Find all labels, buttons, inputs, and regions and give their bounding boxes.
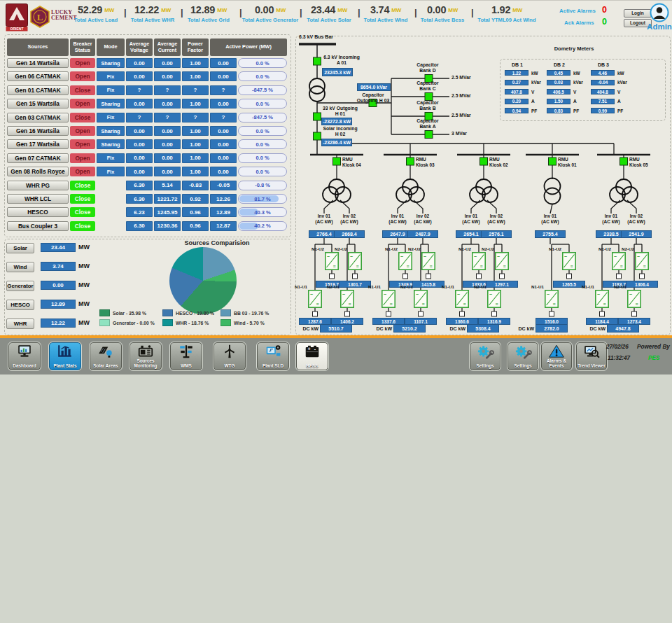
breaker-icon[interactable] (333, 158, 341, 165)
taskbar-button-alarms-events[interactable]: Alarms & Events (541, 342, 572, 370)
svg-text:~: ~ (400, 254, 403, 259)
gear-icon (508, 344, 538, 360)
legend-swatch (220, 319, 231, 326)
active-power-bar: 0.0 % (238, 167, 287, 176)
svg-text:≡: ≡ (496, 302, 498, 307)
taskbar-button-settings[interactable]: Settings (470, 342, 500, 370)
breaker-icon[interactable] (314, 113, 321, 120)
inverter-icon: ~≡ (382, 290, 396, 308)
active-power-cell: 0.00 (210, 71, 237, 81)
kpi-unit: MW (161, 7, 171, 13)
avg-voltage-cell: 0.00 (126, 99, 153, 108)
taskbar-time: 11:32:47 (608, 355, 630, 361)
breaker-status-cell[interactable]: Open (70, 58, 95, 68)
table-row: Gen 06 CATMAKOpenFix0.000.001.000.000.0 … (7, 71, 287, 81)
taskbar-button-bess[interactable]: +-BESS (296, 342, 328, 370)
string-terminal-icon (640, 274, 645, 279)
power-factor-cell: 1.00 (182, 126, 209, 136)
string-value-box: 1297.1 (486, 281, 518, 288)
capacitor-bank-label: CapacitorBank D (406, 62, 449, 74)
pie-title: Sources Comparision (161, 239, 273, 246)
taskbar-button-wtg[interactable]: WTG (214, 342, 246, 370)
breaker-icon[interactable] (407, 158, 414, 165)
summary-unit: MW (78, 244, 90, 251)
taskbar-button-wms[interactable]: WMS (170, 342, 202, 370)
string-terminal-icon (617, 274, 622, 279)
inverter-icon: ~≡ (398, 252, 412, 270)
inverter-ac-label: Inv 02(AC kW) (406, 214, 440, 225)
svg-text:~: ~ (597, 292, 600, 297)
kpi-unit: MW (217, 7, 227, 13)
legend-swatch (220, 309, 231, 316)
sldic-icon (258, 344, 288, 359)
kpi-separator: | (181, 7, 183, 18)
kpi-unit: MW (512, 7, 522, 13)
active-power-percent: 0.0 % (239, 72, 286, 80)
dometry-value-box: 4.46 (591, 70, 615, 76)
breaker-icon[interactable] (314, 57, 321, 65)
breaker-status-cell[interactable]: Close (70, 85, 95, 95)
table-row: Gen 16 WartsilaOpenSharing0.000.001.000.… (7, 126, 287, 136)
mode-cell: Sharing (97, 126, 125, 136)
ack-alarms-count: 0 (602, 17, 607, 27)
taskbar-button-plant-stats[interactable]: Plant Stats (49, 342, 81, 370)
table-row: Bus Coupler 3Close6.301230.360.9612.8740… (7, 221, 287, 231)
legend-swatch (162, 319, 173, 326)
breaker-icon[interactable] (480, 158, 488, 165)
inverter-icon: ~≡ (325, 252, 339, 270)
breaker-status-cell[interactable]: Close (70, 221, 95, 231)
breaker-icon[interactable] (620, 158, 628, 165)
source-name-cell: Gen 06 CATMAK (7, 71, 69, 81)
kpi-value: 1.92MW (468, 4, 545, 15)
string-label: N1-U2 (453, 246, 471, 251)
breaker-status-cell[interactable]: Close (70, 181, 95, 190)
avg-voltage-cell: ? (126, 85, 153, 95)
kpi-separator: | (239, 7, 242, 18)
taskbar-button-trend-viewer[interactable]: Trend Viewer (576, 342, 607, 370)
table-row: Gen 15 WartsilaOpenSharing0.000.001.000.… (7, 99, 287, 108)
active-power-percent: -847.5 % (239, 113, 286, 122)
summary-value-solar: 23.44 (41, 243, 76, 252)
breaker-status-cell[interactable]: Close (70, 113, 95, 122)
breaker-icon[interactable] (425, 93, 433, 101)
breaker-status-cell[interactable]: Open (70, 71, 95, 81)
capacitor-feeder-value-box: 8654.0 kVar (357, 83, 391, 91)
string-value-box: 1306.4 (626, 281, 658, 288)
breaker-icon[interactable] (314, 132, 321, 140)
breaker-status-cell[interactable]: Open (70, 99, 95, 108)
breaker-status-cell[interactable]: Close (70, 207, 95, 217)
inverter-icon: ~≡ (562, 252, 576, 270)
taskbar-button-sources-monitoring[interactable]: Sources Monitoring (130, 342, 162, 370)
taskbar-button-settings[interactable]: Settings (507, 342, 538, 370)
breaker-icon[interactable] (425, 131, 433, 139)
breaker-status-cell[interactable]: Open (70, 126, 95, 136)
active-power-cell: 0.00 (210, 99, 237, 108)
breaker-status-cell[interactable]: Open (70, 153, 95, 163)
avg-voltage-cell: 6.30 (126, 194, 153, 204)
power-factor-cell: 0.96 (182, 207, 209, 217)
dc-kw-value-box: 5210.2 (393, 324, 426, 332)
source-name-cell: WHR PG (7, 181, 69, 190)
dometry-value-box: 0.99 (591, 108, 615, 113)
dometry-unit: kW (573, 71, 592, 76)
monitor-icon (9, 344, 40, 359)
breaker-status-cell[interactable]: Open (70, 167, 95, 176)
rmu-kiosk-label: RMUKiosk 03 (416, 157, 447, 168)
breaker-status-cell[interactable]: Close (70, 194, 95, 204)
login-button[interactable]: Login (624, 9, 652, 18)
taskbar-button-solar-areas[interactable]: Solar Areas (90, 342, 122, 370)
mode-cell-empty (97, 221, 125, 231)
avg-voltage-cell: 6.30 (126, 221, 153, 231)
power-factor-cell: 1.00 (182, 139, 209, 149)
breaker-icon[interactable] (549, 158, 556, 165)
breaker-status-cell[interactable]: Open (70, 139, 95, 149)
table-row: WHR LCLClose6.301221.720.9212.2681.7 % (7, 194, 287, 204)
inverter-ac-label: Inv 02(AC kW) (332, 214, 366, 225)
taskbar-button-dashboard[interactable]: Dashboard (8, 342, 41, 370)
svg-text:~: ~ (416, 292, 419, 297)
svg-text:≡: ≡ (570, 264, 573, 269)
avg-voltage-cell: ? (126, 113, 153, 122)
inverter-ac-value-box: 2755.4 (535, 230, 566, 238)
taskbar-button-plant-sld[interactable]: Plant SLD (257, 342, 289, 370)
svg-text:≡: ≡ (636, 302, 638, 307)
